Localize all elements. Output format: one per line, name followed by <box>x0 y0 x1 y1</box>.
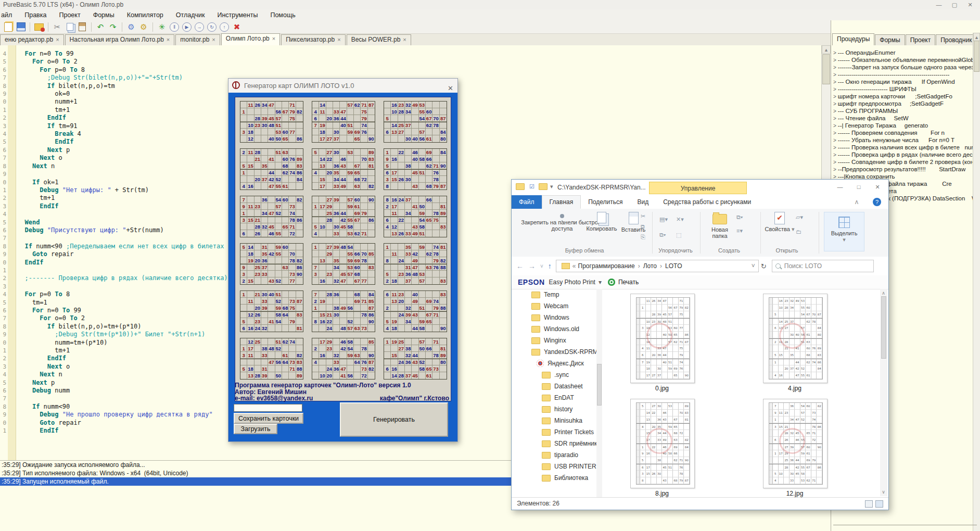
expander-icon[interactable]: > <box>833 57 836 63</box>
scrollbar-thumb[interactable] <box>974 41 979 72</box>
expander-icon[interactable]: > <box>833 137 836 143</box>
procedure-item[interactable]: >--- Чтение файла SetW <box>833 115 974 122</box>
tab-Олимп Лото.pb[interactable]: Олимп Лото.pb× <box>221 33 280 45</box>
pause-icon[interactable]: ‖ <box>169 22 180 32</box>
delete-icon[interactable]: ✕▾ <box>676 216 684 223</box>
menu-item-Компилятор[interactable]: Компилятор <box>121 11 170 19</box>
expander-icon[interactable]: > <box>833 94 836 99</box>
panel-tab-Процедуры[interactable]: Процедуры <box>832 33 874 45</box>
close-file-icon[interactable] <box>33 22 45 32</box>
tree-item-SDR приёмник[interactable]: SDR приёмник <box>512 438 604 449</box>
rename-icon[interactable]: ⬚ <box>676 232 681 238</box>
procedure-item[interactable]: >--- Окно генерации тиража If OpenWind <box>833 78 974 85</box>
file-name-label[interactable]: 12.jpg <box>763 490 826 497</box>
file-thumbnail-4.jpg[interactable]: 1623324953102834556055467708714253762786… <box>763 294 828 383</box>
close-tab-icon[interactable]: × <box>167 36 170 43</box>
back-icon[interactable]: ← <box>516 262 524 270</box>
panel-tab-Проводник[interactable]: Проводник <box>936 34 976 45</box>
cut-icon[interactable]: ✂ <box>641 213 645 220</box>
procedure-item[interactable]: >------ Обязательное объявление переменн… <box>833 56 974 64</box>
cut-icon[interactable]: ✂ <box>52 22 63 32</box>
history-icon[interactable]: 🗀 <box>796 229 801 235</box>
tree-item-Winginx[interactable]: Winginx <box>512 335 604 346</box>
paste-icon[interactable] <box>77 22 88 32</box>
procedure-item[interactable]: >---------------------------------------… <box>833 71 974 78</box>
file-thumbnail-0.jpg[interactable]: 1126344771156677982283945577510233048513… <box>630 294 695 383</box>
close-tab-icon[interactable]: × <box>272 35 275 42</box>
tree-item-Библиотека[interactable]: Библиотека <box>512 472 604 484</box>
epson-caret-icon[interactable]: ▾ <box>599 279 602 286</box>
file-thumbnail-8.jpg[interactable]: 5273053891422467083133643678142035596515… <box>630 399 695 488</box>
files-scrollbar[interactable]: ∧ ∨ <box>880 289 887 496</box>
edit-icon[interactable]: ▱▾ <box>796 214 803 221</box>
menu-item-айл[interactable]: айл <box>0 11 18 19</box>
easy-access-icon[interactable]: ≡▾ <box>736 227 743 234</box>
procedure-item[interactable]: >шрифт предпросмотра ;SetGadgetF <box>833 100 974 107</box>
up-icon[interactable]: ↑ <box>548 262 552 270</box>
tree-item-tiparadio[interactable]: tiparadio <box>512 449 604 461</box>
tab-Настольная игра Олимп Лото.pb[interactable]: Настольная игра Олимп Лото.pb× <box>65 34 175 45</box>
expander-icon[interactable]: > <box>833 123 836 129</box>
expander-icon[interactable]: > <box>833 152 836 158</box>
close-tab-icon[interactable]: × <box>56 36 59 43</box>
details-view-icon[interactable] <box>865 500 873 508</box>
panel-scrollbar[interactable]: ▲ <box>973 33 980 531</box>
checkbox-icon[interactable]: ☑ <box>529 183 534 190</box>
ribbon-collapse-icon[interactable]: ᴧ <box>848 195 866 209</box>
procedure-item[interactable]: >--Предпросмотр результатов!!!!! StartDr… <box>833 166 974 173</box>
breadcrumb-segment[interactable]: LOTO <box>665 262 682 270</box>
copy-icon[interactable] <box>64 22 75 32</box>
expander-icon[interactable]: > <box>833 101 836 107</box>
tree-item-Printer Tickets[interactable]: Printer Tickets <box>512 426 604 438</box>
tree-item-.sync[interactable]: .sync <box>512 369 604 381</box>
maximize-icon[interactable]: ▢ <box>948 1 961 9</box>
epson-app-label[interactable]: Easy Photo Print <box>549 279 595 286</box>
close-icon[interactable]: ✕ <box>871 183 884 191</box>
menu-item-Отладчик[interactable]: Отладчик <box>170 11 211 19</box>
thumbnails-view-icon[interactable] <box>875 500 883 508</box>
expander-icon[interactable]: > <box>833 86 836 92</box>
tree-item-EnDAT[interactable]: EnDAT <box>512 392 604 403</box>
menu-item-Формы[interactable]: Формы <box>87 11 121 19</box>
step-over-icon[interactable]: ↻ <box>206 22 218 32</box>
tree-item-YandexDSK-RPRMS[interactable]: YandexDSK-RPRMS <box>512 346 604 358</box>
expander-icon[interactable]: > <box>833 159 836 165</box>
quick-access-caret-icon[interactable]: ▾ <box>550 183 553 190</box>
scroll-down-icon[interactable]: ∨ <box>880 488 887 496</box>
ribbon-tab-Средства работы с рисунками[interactable]: Средства работы с рисунками <box>656 195 758 209</box>
ribbon-tab-Вид[interactable]: Вид <box>630 195 656 209</box>
tree-item-Windows.old[interactable]: Windows.old <box>512 323 604 335</box>
file-name-label[interactable]: 4.jpg <box>763 385 826 392</box>
menu-item-Проект[interactable]: Проект <box>53 11 86 19</box>
close-tab-icon[interactable]: × <box>337 36 340 43</box>
compile-run-icon[interactable]: ⚙ <box>138 22 149 32</box>
menu-item-Инструменты[interactable]: Инструменты <box>211 11 264 19</box>
close-icon[interactable]: ✕ <box>448 81 453 95</box>
save-icon[interactable] <box>15 22 27 32</box>
expander-icon[interactable]: > <box>833 65 836 70</box>
scrollbar-thumb[interactable] <box>822 54 830 84</box>
loto-filename-input[interactable] <box>234 404 302 412</box>
menu-item-Помощь[interactable]: Помощь <box>264 11 301 19</box>
file-name-label[interactable]: 8.jpg <box>630 490 694 497</box>
kill-icon[interactable]: ✖ <box>231 22 243 32</box>
new-file-icon[interactable] <box>3 22 14 32</box>
expander-icon[interactable]: > <box>833 108 836 114</box>
breadcrumb-caret-icon[interactable]: ˅ <box>752 262 758 270</box>
tree-item-history[interactable]: history <box>512 403 604 415</box>
breadcrumb-segment[interactable]: Программирование <box>578 262 635 270</box>
load-button[interactable]: Загрузить <box>234 424 277 434</box>
expander-icon[interactable]: > <box>833 145 836 150</box>
ribbon-tab-Файл[interactable]: Файл <box>512 195 542 209</box>
context-tab-manage[interactable]: Управление <box>649 182 747 194</box>
procedure-item[interactable]: >--| Генератор Тиража generato <box>833 122 974 129</box>
tree-item-Datasheet[interactable]: Datasheet <box>512 381 604 392</box>
close-icon[interactable]: ✕ <box>963 1 977 9</box>
expander-icon[interactable]: > <box>833 130 836 136</box>
search-input[interactable]: Поиск: LOTO <box>772 260 874 272</box>
tab-Весы POWER.pb[interactable]: Весы POWER.pb× <box>347 34 411 45</box>
procedure-item[interactable]: >------------------------- ШРИФТЫ <box>833 85 974 93</box>
copy-button[interactable]: Копировать <box>581 212 622 232</box>
minimize-icon[interactable]: — <box>932 1 946 9</box>
tree-item-Webcam[interactable]: Webcam <box>512 300 604 312</box>
